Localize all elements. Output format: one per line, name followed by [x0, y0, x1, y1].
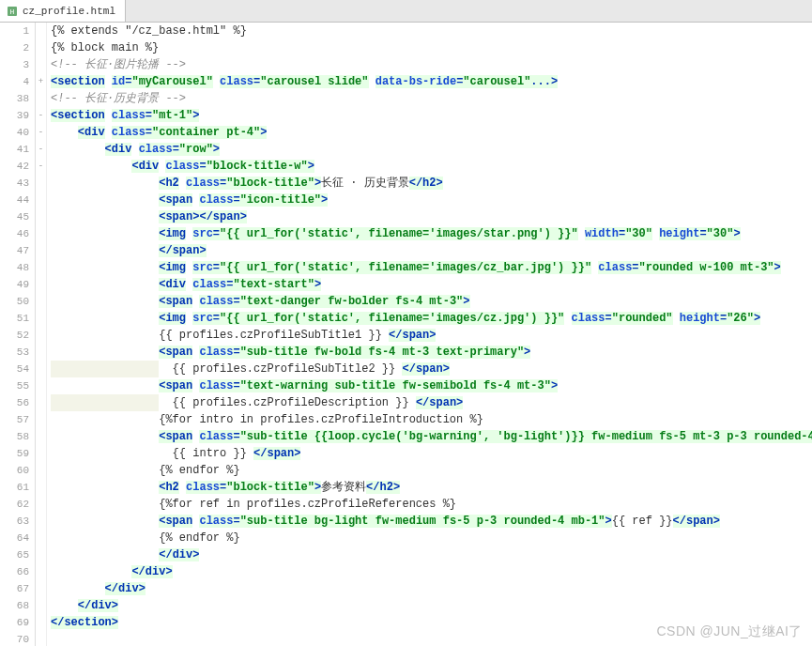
code-line[interactable]: {% extends "/cz_base.html" %}	[51, 23, 812, 39]
code-line[interactable]: </div>	[51, 546, 812, 563]
tab-filename: cz_profile.html	[23, 6, 115, 17]
code-line[interactable]: <span class="sub-title {{loop.cycle('bg-…	[51, 428, 812, 445]
code-line[interactable]: <h2 class="block-title">参考资料</h2>	[51, 479, 812, 496]
code-line[interactable]: <span></span>	[51, 208, 812, 225]
code-line[interactable]: <!-- 长征·图片轮播 -->	[51, 56, 812, 73]
code-line[interactable]: {{ intro }} </span>	[51, 445, 812, 462]
line-number-gutter: 1234383940414243444546474849505152535455…	[0, 23, 36, 646]
code-line[interactable]: {% endfor %}	[51, 462, 812, 479]
code-line[interactable]: {% endfor %}	[51, 530, 812, 546]
code-line[interactable]: <section id="myCarousel" class="carousel…	[51, 73, 812, 90]
code-line[interactable]: <img src="{{ url_for('static', filename=…	[51, 259, 812, 276]
code-line[interactable]: <div class="container pt-4">	[51, 124, 812, 141]
code-line[interactable]: <span class="text-danger fw-bolder fs-4 …	[51, 293, 812, 310]
file-tab[interactable]: H cz_profile.html	[0, 0, 126, 22]
code-line[interactable]: <span class="text-warning sub-title fw-s…	[51, 377, 812, 394]
fold-column[interactable]: +----	[36, 23, 47, 646]
code-line[interactable]: <div class="text-start">	[51, 276, 812, 293]
code-line[interactable]: </div>	[51, 563, 812, 580]
code-line[interactable]: </section>	[51, 614, 812, 631]
code-line[interactable]: {%for intro in profiles.czProfileIntrodu…	[51, 411, 812, 428]
code-line[interactable]: <img src="{{ url_for('static', filename=…	[51, 310, 812, 327]
code-line[interactable]: <section class="mt-1">	[51, 107, 812, 124]
code-line[interactable]: <div class="row">	[51, 141, 812, 158]
code-line[interactable]: <span class="sub-title bg-light fw-mediu…	[51, 513, 812, 530]
code-line[interactable]: <span class="icon-title">	[51, 192, 812, 208]
code-line[interactable]: <h2 class="block-title">长征 · 历史背景</h2>	[51, 175, 812, 192]
svg-text:H: H	[10, 8, 15, 16]
html-file-icon: H	[6, 5, 19, 18]
code-line[interactable]: {% block main %}	[51, 39, 812, 56]
code-line[interactable]: <!-- 长征·历史背景 -->	[51, 90, 812, 107]
code-line[interactable]: {{ profiles.czProfileDescription }} </sp…	[51, 394, 812, 411]
code-line[interactable]: {{ profiles.czProfileSubTitle1 }} </span…	[51, 327, 812, 344]
code-line[interactable]: </div>	[51, 597, 812, 614]
code-line[interactable]: </span>	[51, 242, 812, 259]
code-line[interactable]: <span class="sub-title fw-bold fs-4 mt-3…	[51, 344, 812, 361]
tab-bar: H cz_profile.html	[0, 0, 812, 23]
code-editor[interactable]: 1234383940414243444546474849505152535455…	[0, 23, 812, 646]
code-line[interactable]	[51, 631, 812, 646]
code-line[interactable]: </div>	[51, 580, 812, 597]
code-line[interactable]: <div class="block-title-w">	[51, 158, 812, 175]
code-area[interactable]: {% extends "/cz_base.html" %}{% block ma…	[47, 23, 812, 646]
code-line[interactable]: {%for ref in profiles.czProfileReference…	[51, 496, 812, 513]
code-line[interactable]: <img src="{{ url_for('static', filename=…	[51, 225, 812, 242]
code-line[interactable]: {{ profiles.czProfileSubTitle2 }} </span…	[51, 361, 812, 377]
